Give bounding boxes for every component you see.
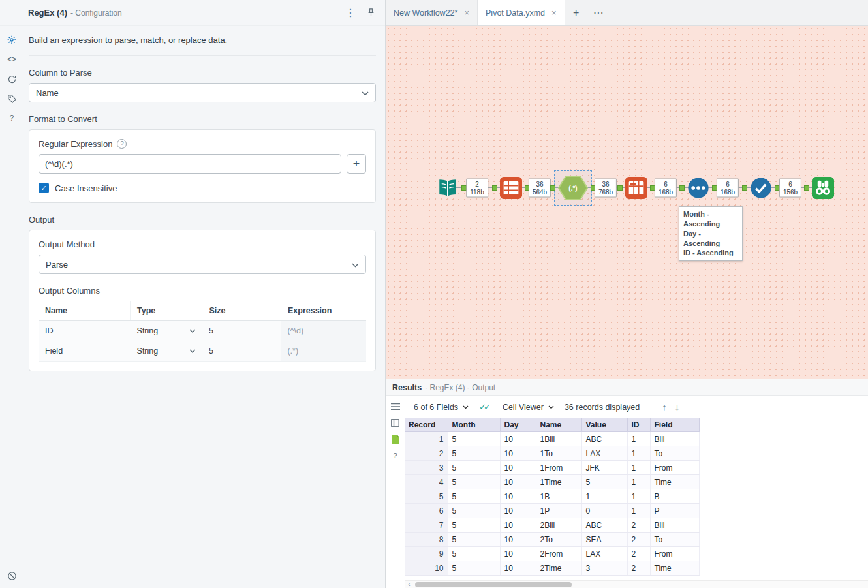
- results-table-row[interactable]: 65101P01P: [405, 504, 699, 518]
- column-expression-cell[interactable]: (^\d): [281, 321, 366, 341]
- data-cell: To: [650, 533, 699, 547]
- tab-pivot-data[interactable]: Pivot Data.yxmd ×: [478, 0, 565, 25]
- column-to-parse-select[interactable]: Name: [29, 83, 376, 102]
- fields-dropdown[interactable]: 6 of 6 Fields: [410, 400, 473, 414]
- column-type-select[interactable]: String: [137, 326, 196, 335]
- output-column-row[interactable]: Field String 5 (.*): [39, 341, 366, 362]
- record-number-cell: 2: [405, 446, 448, 461]
- record-count-badge[interactable]: 6 168b: [655, 179, 677, 198]
- list-view-icon[interactable]: [390, 401, 401, 412]
- header-record[interactable]: Record: [405, 418, 448, 432]
- header-day[interactable]: Day: [500, 418, 536, 432]
- data-cell: 10: [500, 504, 536, 518]
- input-anchor[interactable]: [492, 185, 497, 191]
- regex-tool-selected[interactable]: (.*): [558, 175, 588, 201]
- cross-tab-tool[interactable]: [625, 177, 647, 199]
- record-count-badge[interactable]: 6 156b: [779, 179, 801, 198]
- input-data-tool[interactable]: [437, 177, 459, 199]
- sort-tool[interactable]: [687, 177, 709, 199]
- workflow-canvas[interactable]: 2 118b 36 564b: [386, 26, 868, 379]
- badge-count: 36: [533, 181, 547, 189]
- tab-new-workflow22[interactable]: New Workflow22* ×: [386, 0, 478, 25]
- output-columns-label: Output Columns: [39, 286, 366, 296]
- output-column-row[interactable]: ID String 5 (^\d): [39, 321, 366, 341]
- column-size-cell[interactable]: 5: [202, 341, 281, 362]
- data-cell: 3: [581, 561, 627, 576]
- header-value[interactable]: Value: [581, 418, 627, 432]
- record-count-badge[interactable]: 36 564b: [529, 179, 551, 198]
- regular-expression-input[interactable]: (^\d)(.*): [39, 154, 341, 174]
- close-icon[interactable]: ×: [464, 8, 469, 18]
- tag-icon[interactable]: [6, 93, 18, 104]
- browse-tool[interactable]: [812, 177, 834, 199]
- output-method-select[interactable]: Parse: [39, 255, 366, 274]
- results-table-row[interactable]: 35101FromJFK1From: [405, 461, 699, 475]
- results-grid[interactable]: Record Month Day Name Value ID Field 151…: [405, 418, 868, 580]
- column-expression-cell[interactable]: (.*): [281, 341, 366, 362]
- panel-view-icon[interactable]: [390, 418, 401, 428]
- results-table-row[interactable]: 105102Time32Time: [405, 561, 699, 576]
- results-table-row[interactable]: 85102ToSEA2To: [405, 533, 699, 547]
- results-table-row[interactable]: 55101B11B: [405, 489, 699, 504]
- column-name-cell[interactable]: ID: [39, 321, 131, 341]
- add-expression-button[interactable]: +: [347, 154, 366, 174]
- data-cell: 10: [500, 518, 536, 533]
- regex-help-icon[interactable]: ?: [117, 139, 127, 149]
- record-count-badge[interactable]: 36 768b: [595, 179, 617, 198]
- col-header-name: Name: [39, 301, 131, 321]
- column-size-cell[interactable]: 5: [202, 321, 281, 341]
- scroll-left-icon[interactable]: ‹: [405, 581, 414, 588]
- transpose-tool[interactable]: [500, 177, 522, 199]
- header-id[interactable]: ID: [627, 418, 650, 432]
- bottom-status-icon[interactable]: [6, 570, 18, 581]
- results-help-icon[interactable]: ?: [390, 450, 401, 461]
- scroll-up-icon[interactable]: ↑: [658, 401, 671, 412]
- column-type-select[interactable]: String: [137, 347, 196, 356]
- column-name-cell[interactable]: Field: [39, 341, 131, 362]
- data-cell: 1: [627, 432, 650, 446]
- results-table-row[interactable]: 15101BillABC1Bill: [405, 432, 699, 446]
- configuration-tab-icon[interactable]: [6, 34, 18, 46]
- results-table-row[interactable]: 95102FromLAX2From: [405, 547, 699, 561]
- data-cell: 1To: [536, 446, 581, 461]
- record-count-badge[interactable]: 6 168b: [717, 179, 739, 198]
- col-header-expression: Expression: [281, 301, 366, 321]
- results-table-row[interactable]: 75102BillABC2Bill: [405, 518, 699, 533]
- header-month[interactable]: Month: [448, 418, 500, 432]
- more-tabs-button[interactable]: ⋯: [587, 0, 610, 25]
- record-count-badge[interactable]: 2 118b: [466, 179, 488, 198]
- results-toolbar: 6 of 6 Fields ✓✓ Cell Viewer 36 records …: [405, 396, 868, 418]
- data-cell: LAX: [581, 446, 627, 461]
- badge-count: 6: [721, 181, 735, 189]
- input-anchor[interactable]: [742, 185, 747, 191]
- check-tool[interactable]: [750, 177, 772, 199]
- pin-icon[interactable]: [366, 8, 376, 18]
- data-cell: ABC: [581, 518, 627, 533]
- results-panel: Results - RegEx (4) - Output ?: [386, 379, 868, 588]
- results-table-row[interactable]: 25101ToLAX1To: [405, 446, 699, 461]
- cell-viewer-dropdown[interactable]: Cell Viewer: [499, 400, 558, 414]
- new-tab-button[interactable]: +: [565, 0, 587, 25]
- input-anchor[interactable]: [617, 185, 623, 191]
- select-all-fields-icon[interactable]: ✓✓: [479, 402, 492, 412]
- case-insensitive-checkbox[interactable]: ✓: [39, 183, 49, 193]
- scroll-down-icon[interactable]: ↓: [671, 401, 684, 412]
- header-field[interactable]: Field: [650, 418, 699, 432]
- code-view-icon[interactable]: <>: [6, 54, 18, 65]
- input-anchor[interactable]: [550, 185, 555, 191]
- close-icon[interactable]: ×: [551, 8, 557, 18]
- data-view-icon[interactable]: [390, 434, 401, 444]
- tooltip-line: Month -: [683, 209, 738, 219]
- input-anchor[interactable]: [804, 185, 809, 191]
- run-history-icon[interactable]: [6, 73, 18, 85]
- data-cell: 10: [500, 547, 536, 561]
- horizontal-scrollbar[interactable]: ‹: [405, 580, 868, 588]
- data-cell: 2: [627, 533, 650, 547]
- results-table-row[interactable]: 45101Time51Time: [405, 475, 699, 489]
- input-anchor[interactable]: [679, 185, 685, 191]
- scrollbar-thumb[interactable]: [415, 582, 572, 587]
- help-icon[interactable]: ?: [6, 112, 18, 124]
- header-name[interactable]: Name: [536, 418, 581, 432]
- kebab-menu-icon[interactable]: ⋮: [341, 5, 360, 20]
- column-type-value: String: [137, 326, 159, 335]
